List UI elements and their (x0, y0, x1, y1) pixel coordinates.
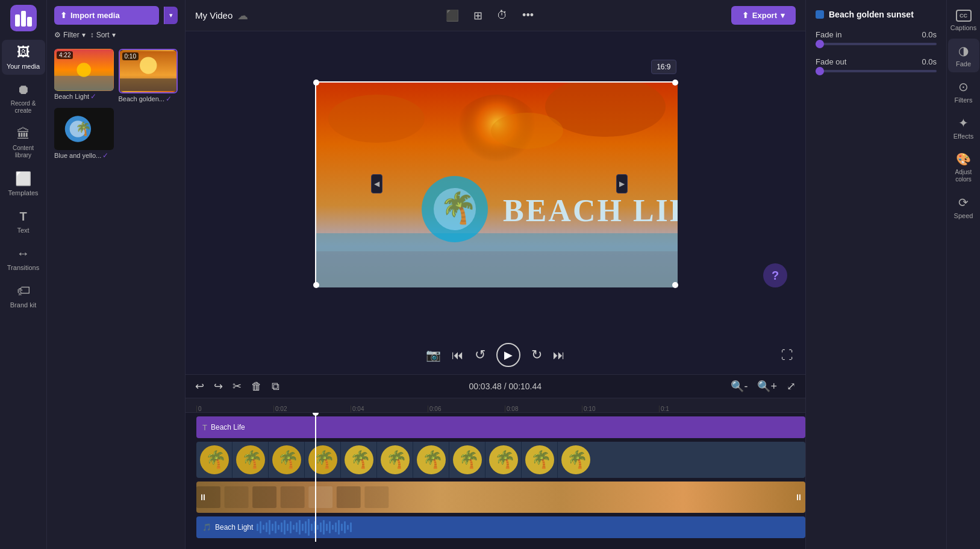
palm-thumb-4: 🌴 (305, 442, 341, 478)
audio-track-label: Beach Light (215, 523, 253, 532)
filters-label: Filters (955, 96, 973, 104)
svg-rect-83 (335, 522, 337, 532)
filter-sort-bar: ⚙ Filter ▾ ↕ Sort ▾ (47, 31, 185, 44)
right-tool-adjust-colors[interactable]: 🎨 Adjustcolors (948, 147, 979, 188)
layout-tool-button[interactable]: ⊞ (469, 7, 487, 25)
right-tool-captions[interactable]: CC Captions (948, 5, 979, 36)
cut-button[interactable]: ✂ (230, 378, 244, 394)
brand-kit-icon: 🏷 (16, 283, 31, 299)
export-button[interactable]: ⬆ Export ▾ (731, 6, 796, 25)
palm-thumb-11: 🌴 (558, 442, 594, 478)
svg-rect-57 (257, 524, 258, 531)
help-button[interactable]: ? (763, 263, 787, 287)
sidebar-item-label: Record &create (11, 100, 36, 115)
svg-rect-87 (347, 525, 349, 530)
corner-handle-br[interactable] (672, 282, 678, 288)
media-item-beach-golden[interactable]: 0:10 Beach golden... ✓ (119, 49, 178, 103)
timer-tool-button[interactable]: ⏱ (492, 7, 513, 24)
svg-point-6 (76, 63, 91, 77)
filter-button[interactable]: ⚙ Filter ▾ (54, 31, 86, 39)
skip-to-start-button[interactable]: ⏮ (452, 348, 464, 362)
adjust-colors-icon: 🎨 (956, 152, 971, 166)
sidebar-item-your-media[interactable]: 🖼 Your media (2, 40, 45, 75)
svg-text:🌴: 🌴 (350, 450, 371, 469)
fade-out-row: Fade out 0.0s (816, 57, 937, 66)
sidebar-item-content-library[interactable]: 🏛 Contentlibrary (2, 122, 45, 164)
rewind-button[interactable]: ↺ (475, 347, 485, 363)
copy-button[interactable]: ⧉ (269, 379, 282, 394)
timeline-content: 0 0:02 0:04 0:06 0:08 0:10 0:1 T Beach (186, 398, 805, 549)
sidebar-item-label: Contentlibrary (13, 145, 34, 159)
svg-rect-68 (290, 521, 292, 533)
svg-text:🌴: 🌴 (314, 450, 335, 469)
media-item-blue-yellow[interactable]: 🌴 Blue and yello... ✓ (54, 108, 114, 160)
svg-rect-86 (344, 521, 346, 533)
more-tools-button[interactable]: ••• (517, 7, 538, 24)
collapse-left-button[interactable]: ◀ (371, 174, 382, 193)
collapse-right-button[interactable]: ▶ (616, 174, 628, 193)
import-label: Import media (70, 11, 120, 20)
import-dropdown-button[interactable]: ▾ (164, 7, 178, 24)
redo-button[interactable]: ↪ (211, 378, 225, 394)
main-area: My Video ☁ ⬛ ⊞ ⏱ ••• ⬆ Export ▾ 16:9 (186, 0, 805, 549)
check-icon-3: ✓ (102, 151, 108, 160)
sidebar-item-brand-kit[interactable]: 🏷 Brand kit (2, 278, 45, 313)
media-thumb-blue-yellow: 🌴 (54, 108, 114, 150)
media-item-beach-light[interactable]: 4:22 Beach Light ✓ (54, 49, 114, 103)
media-top-bar: ⬆ Import media ▾ (47, 0, 185, 31)
undo-button[interactable]: ↩ (193, 378, 207, 394)
fullscreen-button[interactable]: ⛶ (781, 348, 793, 362)
fit-timeline-button[interactable]: ⤢ (784, 378, 798, 394)
playhead[interactable] (315, 413, 316, 542)
fade-out-slider[interactable] (816, 70, 937, 72)
right-tool-effects[interactable]: ✦ Effects (948, 111, 979, 145)
fade-in-thumb[interactable] (816, 40, 824, 48)
corner-handle-tl[interactable] (313, 80, 319, 86)
sort-button[interactable]: ↕ Sort ▾ (90, 31, 116, 39)
svg-rect-78 (320, 522, 322, 532)
playhead-handle[interactable] (313, 413, 319, 416)
right-tool-fade[interactable]: ◑ Fade (948, 39, 979, 72)
crop-tool-button[interactable]: ⬛ (441, 7, 464, 25)
track-beach-life-title: T Beach Life (196, 416, 805, 438)
delete-button[interactable]: 🗑 (249, 379, 264, 394)
audio-track-content: 🎵 Beach Light (196, 516, 805, 538)
right-tool-filters[interactable]: ⊙ Filters (948, 75, 979, 108)
zoom-in-button[interactable]: 🔍+ (755, 378, 779, 394)
svg-rect-66 (284, 520, 286, 535)
play-button[interactable]: ▶ (496, 343, 520, 367)
sidebar-item-text[interactable]: T Text (2, 204, 45, 239)
svg-rect-81 (329, 521, 331, 533)
corner-handle-bl[interactable] (313, 282, 319, 288)
svg-text:🌴: 🌴 (75, 121, 92, 137)
skip-to-end-button[interactable]: ⏭ (553, 348, 565, 362)
import-media-button[interactable]: ⬆ Import media (54, 6, 159, 25)
timeline-tools: ↩ ↪ ✂ 🗑 ⧉ (193, 378, 282, 394)
app-logo (10, 5, 37, 31)
ruler-mark-2: 0:02 (273, 406, 351, 412)
export-icon: ⬆ (742, 11, 749, 20)
right-tool-speed[interactable]: ⟳ Speed (948, 190, 979, 224)
svg-rect-75 (311, 524, 313, 531)
svg-point-16 (328, 95, 425, 143)
corner-handle-tr[interactable] (672, 80, 678, 86)
fade-in-slider[interactable] (816, 43, 937, 45)
svg-rect-3 (27, 17, 32, 27)
svg-rect-84 (338, 520, 340, 535)
ruler-mark-12: 0:1 (659, 406, 736, 412)
svg-text:🌴: 🌴 (458, 450, 479, 469)
screen-capture-button[interactable]: 📷 (426, 348, 441, 362)
sidebar-item-templates[interactable]: ⬜ Templates (2, 166, 45, 201)
effects-label: Effects (953, 133, 973, 140)
svg-rect-60 (266, 522, 267, 532)
fade-out-thumb[interactable] (816, 67, 824, 75)
forward-button[interactable]: ↻ (531, 347, 542, 363)
sidebar-item-record-create[interactable]: ⏺ Record &create (2, 77, 45, 119)
project-title-text: My Video (195, 10, 233, 20)
sidebar-item-transitions[interactable]: ↔ Transitions (2, 241, 45, 276)
ruler-mark-6: 0:06 (428, 406, 505, 412)
aspect-ratio-badge: 16:9 (651, 60, 676, 74)
zoom-out-button[interactable]: 🔍- (728, 378, 750, 394)
right-toolbar: CC Captions ◑ Fade ⊙ Filters ✦ Effects 🎨… (946, 0, 980, 549)
right-content: Beach golden sunset Fade in 0.0s Fade ou… (806, 0, 946, 549)
